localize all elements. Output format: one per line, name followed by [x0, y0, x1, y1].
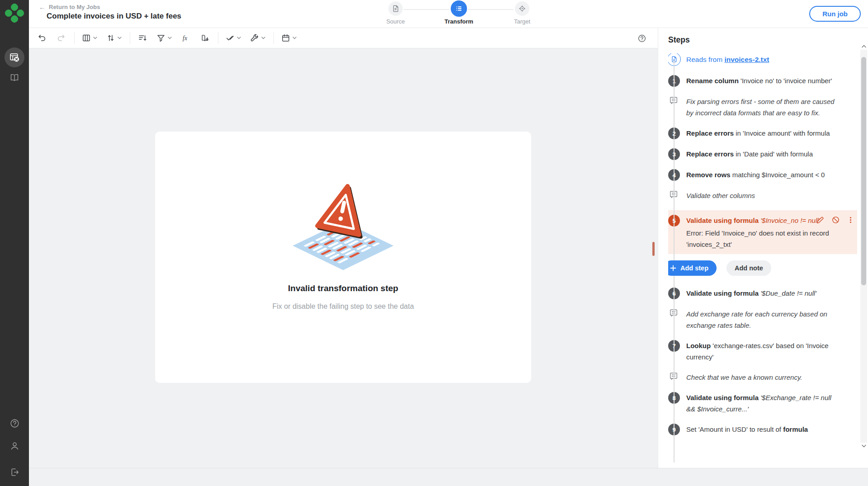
- step-row-6[interactable]: 6 Validate using formula '$Due_date != n…: [668, 288, 857, 299]
- sort-icon[interactable]: [104, 31, 123, 45]
- step-row-7[interactable]: 7 Lookup 'exchange-rates.csv' based on '…: [668, 340, 857, 363]
- transform-toolbar: fx: [29, 28, 658, 48]
- reads-from-label: Reads from: [686, 56, 722, 63]
- empty-state-subtitle: Fix or disable the failing step to see t…: [155, 302, 531, 311]
- step-action: Validate using formula: [686, 394, 759, 401]
- step-detail: in 'Invoice amount' with formula: [734, 129, 830, 137]
- back-label: Return to My Jobs: [49, 4, 100, 10]
- columns-icon[interactable]: [80, 31, 99, 45]
- back-to-jobs-link[interactable]: ← Return to My Jobs: [39, 4, 100, 10]
- scroll-up-icon[interactable]: [861, 43, 867, 49]
- step-action: Lookup: [686, 342, 711, 349]
- add-note-button[interactable]: Add note: [726, 260, 771, 276]
- note-text: Add exchange rate for each currency base…: [686, 308, 836, 331]
- step-detail: matching $Invoice_amount < 0: [731, 171, 825, 179]
- edit-step-icon[interactable]: [816, 216, 825, 224]
- tools-wrench-icon[interactable]: [248, 31, 267, 45]
- note-text: Fix parsing errors first - some of them …: [686, 96, 836, 118]
- step-row-8[interactable]: 8 Validate using formula '$Exchange_rate…: [668, 392, 857, 415]
- stepper-target[interactable]: Target: [502, 1, 542, 25]
- step-detail: 'Invoice no' to 'invoice number': [739, 77, 832, 85]
- library-book-icon[interactable]: [5, 68, 24, 88]
- stepper-target-label: Target: [502, 18, 542, 25]
- note-row[interactable]: Check that we have a known currency.: [668, 372, 857, 383]
- svg-text:fx: fx: [183, 35, 188, 42]
- step-action: Replace errors: [686, 129, 734, 137]
- run-job-button[interactable]: Run job: [809, 6, 861, 22]
- step-action: formula: [783, 425, 808, 433]
- target-crosshair-icon: [515, 1, 529, 16]
- step-row-5-error[interactable]: 5 Validate using formula '$Invoice_no !=…: [668, 210, 857, 254]
- step-source-row[interactable]: Reads from invoices-2.txt: [668, 53, 857, 66]
- add-step-button[interactable]: Add step: [668, 260, 717, 276]
- step-row-2[interactable]: 2 Replace errors in 'Invoice amount' wit…: [668, 127, 857, 139]
- toolbar-divider: [130, 32, 130, 44]
- error-position-marker: [652, 242, 655, 256]
- steps-list: Reads from invoices-2.txt 1 Rename colum…: [668, 53, 857, 468]
- pipeline-stepper: Source Transform Target: [375, 1, 565, 27]
- scroll-down-icon[interactable]: [861, 443, 867, 449]
- source-file-icon: [668, 53, 681, 66]
- transform-grid-icon[interactable]: [5, 47, 24, 67]
- invalid-step-card: Invalid transformation step Fix or disab…: [155, 132, 531, 383]
- back-arrow-icon: ←: [39, 4, 46, 10]
- step-action: Validate using formula: [686, 217, 759, 224]
- source-file-link[interactable]: invoices-2.txt: [724, 56, 769, 63]
- note-text: Validate other columns: [686, 190, 836, 201]
- account-icon[interactable]: [5, 436, 24, 456]
- step-action: Replace errors: [686, 150, 734, 158]
- step-formula: '$Invoice_no != null': [759, 217, 820, 224]
- step-error-message: Error: Field 'Invoice_no' does not exist…: [686, 227, 835, 250]
- note-text: Check that we have a known currency.: [686, 372, 836, 383]
- step-detail: Set 'Amount in USD' to result of: [686, 425, 783, 433]
- data-canvas: Invalid transformation step Fix or disab…: [29, 48, 658, 468]
- stepper-source[interactable]: Source: [375, 1, 416, 25]
- help-icon[interactable]: [5, 413, 24, 433]
- warning-spreadsheet-illustration: [288, 181, 399, 274]
- toolbar-divider: [274, 32, 274, 44]
- toolbar-divider: [218, 32, 218, 44]
- step-action: Validate using formula: [686, 289, 759, 297]
- source-document-icon: [388, 1, 403, 16]
- toolbar-divider: [74, 32, 75, 44]
- step-insert-actions: Add step Add note: [668, 260, 857, 276]
- empty-state-title: Invalid transformation step: [155, 283, 531, 293]
- step-formula: '$Due_date != null': [759, 289, 816, 297]
- step-row-9[interactable]: 9 Set 'Amount in USD' to result of formu…: [668, 424, 857, 435]
- lookup-book-icon[interactable]: [198, 31, 212, 45]
- logout-icon[interactable]: [5, 462, 24, 482]
- page-title: Complete invoices in USD + late fees: [47, 12, 181, 21]
- formula-fx-icon[interactable]: fx: [179, 31, 193, 45]
- steps-panel-title: Steps: [668, 35, 690, 45]
- step-detail: in 'Date paid' with formula: [734, 150, 813, 158]
- step-more-menu-icon[interactable]: [847, 216, 854, 224]
- plus-icon: [670, 265, 676, 271]
- toolbar-help-icon[interactable]: [635, 32, 649, 45]
- note-row[interactable]: Add exchange rate for each currency base…: [668, 308, 857, 331]
- scrollbar-thumb[interactable]: [861, 57, 866, 285]
- undo-icon[interactable]: [35, 31, 49, 45]
- transform-list-icon: [451, 0, 467, 17]
- bottom-strip: [29, 468, 868, 486]
- validate-check-icon[interactable]: [224, 31, 243, 45]
- redo-icon[interactable]: [54, 31, 68, 45]
- step-action: Rename column: [686, 77, 739, 85]
- step-row-1[interactable]: 1 Rename column 'Invoice no' to 'invoice…: [668, 75, 857, 87]
- row-limit-icon[interactable]: [136, 31, 149, 45]
- step-row-3[interactable]: 3 Replace errors in 'Date paid' with for…: [668, 148, 857, 160]
- step-row-4[interactable]: 4 Remove rows matching $Invoice_amount <…: [668, 169, 857, 181]
- stepper-transform[interactable]: Transform: [439, 1, 479, 25]
- left-rail: [0, 0, 29, 486]
- note-row[interactable]: Validate other columns: [668, 190, 857, 201]
- disable-step-icon[interactable]: [831, 216, 840, 224]
- steps-scrollbar[interactable]: [860, 43, 867, 449]
- stepper-transform-label: Transform: [439, 18, 479, 25]
- stepper-source-label: Source: [375, 18, 416, 25]
- brand-logo-icon[interactable]: [5, 4, 24, 22]
- app-window: ← Return to My Jobs Complete invoices in…: [0, 0, 868, 486]
- filter-icon[interactable]: [155, 31, 174, 45]
- header: ← Return to My Jobs Complete invoices in…: [29, 0, 868, 28]
- date-calendar-icon[interactable]: [279, 31, 298, 45]
- step-action: Remove rows: [686, 171, 731, 179]
- note-row[interactable]: Fix parsing errors first - some of them …: [668, 96, 857, 118]
